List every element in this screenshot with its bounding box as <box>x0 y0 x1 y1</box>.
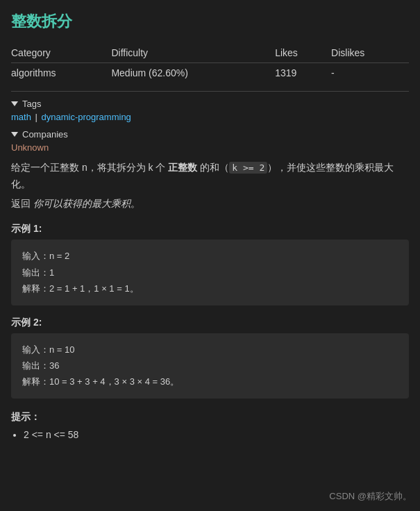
watermark: CSDN @精彩文帅。 <box>329 490 412 503</box>
tags-triangle-icon <box>11 101 18 106</box>
description-line2: 返回 你可以获得的最大乘积。 <box>11 196 409 212</box>
example2-explanation: 解释：10 = 3 + 3 + 4，3 × 3 × 4 = 36。 <box>22 374 398 389</box>
cell-difficulty: Medium (62.60%) <box>111 63 275 83</box>
example1-title: 示例 1: <box>11 223 409 235</box>
example1-output: 输出：1 <box>22 265 398 280</box>
table-row: algorithms Medium (62.60%) 1319 - <box>11 63 409 83</box>
col-header-likes: Likes <box>275 43 331 63</box>
tags-row: math | dynamic-programming <box>11 112 409 122</box>
hints-section: 提示： 2 <= n <= 58 <box>11 411 409 440</box>
cell-likes: 1319 <box>275 63 331 83</box>
cell-category: algorithms <box>11 63 111 83</box>
tag-separator: | <box>35 112 40 122</box>
table-divider <box>11 91 409 92</box>
tags-label: Tags <box>22 99 41 109</box>
col-header-difficulty: Difficulty <box>111 43 275 63</box>
tag-math[interactable]: math <box>11 112 31 122</box>
col-header-dislikes: Dislikes <box>331 43 409 63</box>
company-value: Unknown <box>11 142 409 153</box>
page-title: 整数拆分 <box>11 11 409 32</box>
example2-input: 输入：n = 10 <box>22 342 398 358</box>
hint-item: 2 <= n <= 58 <box>24 429 409 440</box>
example1-box: 输入：n = 2 输出：1 解释：2 = 1 + 1，1 × 1 = 1。 <box>11 240 409 305</box>
info-table: Category Difficulty Likes Dislikes algor… <box>11 43 409 83</box>
tags-section-header[interactable]: Tags <box>11 99 409 109</box>
example2-box: 输入：n = 10 输出：36 解释：10 = 3 + 3 + 4，3 × 3 … <box>11 333 409 399</box>
hints-list: 2 <= n <= 58 <box>11 429 409 440</box>
example2-output: 输出：36 <box>22 358 398 374</box>
description: 给定一个正整数 n，将其拆分为 k 个 正整数 的和（k >= 2），并使这些整… <box>11 160 409 212</box>
cell-dislikes: - <box>331 63 409 83</box>
hints-title: 提示： <box>11 411 409 424</box>
description-line1: 给定一个正整数 n，将其拆分为 k 个 正整数 的和（k >= 2），并使这些整… <box>11 160 409 193</box>
example2-title: 示例 2: <box>11 317 409 329</box>
col-header-category: Category <box>11 43 111 63</box>
companies-triangle-icon <box>11 132 18 137</box>
example1-explanation: 解释：2 = 1 + 1，1 × 1 = 1。 <box>22 280 398 296</box>
example1-input: 输入：n = 2 <box>22 248 398 264</box>
companies-label: Companies <box>22 129 68 140</box>
tag-dynamic-programming[interactable]: dynamic-programming <box>42 112 131 122</box>
companies-section-header[interactable]: Companies <box>11 129 409 140</box>
